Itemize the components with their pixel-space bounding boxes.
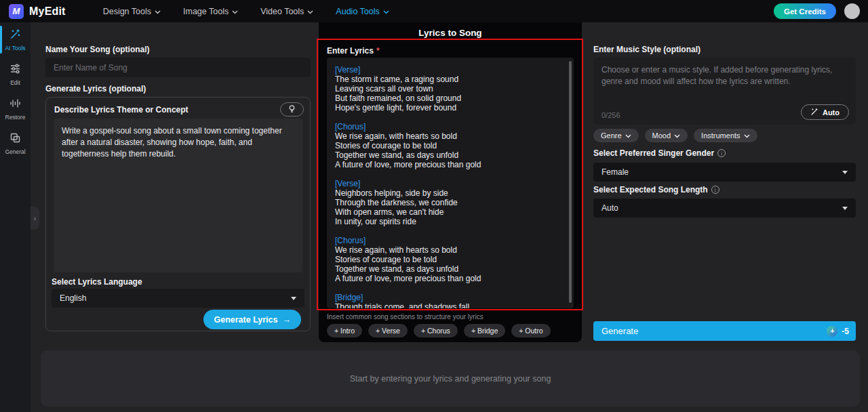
section-tag: [Verse] <box>335 179 566 188</box>
chevron-down-icon <box>155 7 161 16</box>
chevron-down-icon <box>383 7 389 16</box>
nav-menu-image-tools[interactable]: Image Tools <box>183 7 238 16</box>
sliders-icon <box>9 63 21 77</box>
generate-song-label: Generate <box>601 326 827 336</box>
theme-textarea[interactable]: Write a gospel-soul song about a small t… <box>54 119 302 272</box>
generate-lyrics-button[interactable]: Generate Lyrics → <box>203 310 301 329</box>
lyrics-panel: Lyrics to Song Enter Lyrics * [Verse]The… <box>319 22 582 342</box>
chevron-down-icon <box>307 7 313 16</box>
add-section-button-bridge[interactable]: + Bridge <box>464 324 505 337</box>
start-hint-text: Start by entering your lyrics and genera… <box>350 374 551 384</box>
layers-icon <box>9 132 21 146</box>
singer-gender-select[interactable]: Female <box>593 163 856 182</box>
style-filter-instruments[interactable]: Instruments <box>694 129 757 142</box>
music-style-textarea[interactable]: Choose or enter a music style. If added … <box>593 58 856 125</box>
add-section-button-chorus[interactable]: + Chorus <box>414 324 458 337</box>
singer-gender-label-row: Select Preferred Singer Gender i <box>593 148 726 158</box>
sidebar-item-ai-tools[interactable]: AI Tools <box>0 22 31 57</box>
caret-down-icon <box>291 297 296 300</box>
song-length-value: Auto <box>601 203 618 213</box>
sidebar-item-edit[interactable]: Edit <box>0 57 31 91</box>
section-tag: [Verse] <box>335 65 566 75</box>
brand-name: MyEdit <box>29 5 66 18</box>
lyric-line: Though trials come, and shadows fall <box>335 302 566 308</box>
nav-menu-design-tools[interactable]: Design Tools <box>103 7 161 16</box>
section-buttons-row: + Intro+ Verse+ Chorus+ Bridge+ Outro <box>327 324 551 337</box>
info-icon[interactable]: i <box>717 149 726 157</box>
singer-gender-label: Select Preferred Singer Gender <box>593 148 714 158</box>
char-counter: 0/256 <box>601 111 620 119</box>
sidebar-collapse-handle[interactable]: › <box>31 207 39 230</box>
lyric-line: We rise again, with hearts so bold <box>335 131 566 141</box>
waveform-icon <box>9 98 21 112</box>
sidebar-item-restore[interactable]: Restore <box>0 91 31 126</box>
lyric-line: In unity, our spirits ride <box>335 217 566 226</box>
generate-lyrics-card: Describe Lyrics Theme or Concept Write a… <box>45 97 311 331</box>
describe-theme-label: Describe Lyrics Theme or Concept <box>54 105 189 115</box>
lyrics-section: [Chorus]We rise again, with hearts so bo… <box>335 236 566 283</box>
lyrics-content: [Verse]The storm it came, a raging sound… <box>335 65 566 308</box>
required-asterisk: * <box>376 46 380 56</box>
lyric-line: Together we stand, as days unfold <box>335 150 566 160</box>
song-length-select[interactable]: Auto <box>593 199 856 218</box>
lyrics-scrollbar[interactable] <box>569 61 572 303</box>
singer-gender-value: Female <box>601 167 629 177</box>
sidebar-item-label: Restore <box>5 114 26 121</box>
style-filter-label: Instruments <box>701 131 740 140</box>
nav-menu-video-tools[interactable]: Video Tools <box>260 7 313 16</box>
credit-cost: -5 <box>842 327 849 336</box>
lyrics-textarea[interactable]: [Verse]The storm it came, a raging sound… <box>327 58 574 308</box>
sidebar-item-general[interactable]: General <box>0 126 31 161</box>
generate-lyrics-section-label: Generate Lyrics (optional) <box>45 84 146 94</box>
lyrics-language-value: English <box>60 293 86 303</box>
chevron-down-icon <box>674 131 680 140</box>
describe-theme-header: Describe Lyrics Theme or Concept <box>54 102 304 117</box>
credit-coin-icon: + <box>827 326 837 337</box>
lyrics-language-select[interactable]: English <box>52 289 304 308</box>
nav-menu-audio-tools[interactable]: Audio Tools <box>336 7 389 16</box>
generate-song-button[interactable]: Generate + -5 <box>593 321 856 341</box>
lyrics-language-label: Select Lyrics Language <box>52 277 142 287</box>
lyrics-section: [Chorus]We rise again, with hearts so bo… <box>335 122 566 169</box>
song-name-input[interactable]: Enter Name of Song <box>45 58 311 77</box>
caret-down-icon <box>842 171 848 174</box>
lyric-line: The storm it came, a raging sound <box>335 75 566 84</box>
chevron-down-icon <box>232 7 238 16</box>
add-section-button-outro[interactable]: + Outro <box>511 324 550 337</box>
section-tag: [Chorus] <box>335 236 566 245</box>
arrow-right-icon: → <box>283 315 292 325</box>
music-style-label: Enter Music Style (optional) <box>593 45 701 54</box>
lyric-line: Stories of courage to be told <box>335 255 566 264</box>
style-filter-label: Genre <box>601 131 622 140</box>
lyric-line: With open arms, we can't hide <box>335 207 566 217</box>
result-placeholder-panel: Start by entering your lyrics and genera… <box>41 350 860 407</box>
lyrics-section: [Verse]The storm it came, a raging sound… <box>335 65 566 112</box>
nav-menu-label: Design Tools <box>103 7 151 16</box>
chevron-down-icon <box>625 131 631 140</box>
style-filter-genre[interactable]: Genre <box>593 129 639 142</box>
insert-sections-hint: Insert common song sections to structure… <box>327 313 484 321</box>
lyric-line: Together we stand, as days unfold <box>335 264 566 274</box>
lyric-line: Stories of courage to be told <box>335 141 566 150</box>
myedit-logo[interactable]: M MyEdit <box>9 4 66 19</box>
info-icon[interactable]: i <box>711 186 719 194</box>
sidebar-item-label: General <box>5 148 25 155</box>
auto-style-button[interactable]: Auto <box>801 104 849 120</box>
song-length-label-row: Select Expected Song Length i <box>593 185 719 194</box>
style-filter-mood[interactable]: Mood <box>645 129 688 142</box>
idea-suggestion-button[interactable] <box>280 102 304 117</box>
lyric-line: A future of love, more precious than gol… <box>335 160 566 169</box>
avatar[interactable] <box>844 3 860 19</box>
style-filter-row: GenreMoodInstruments <box>593 129 757 142</box>
get-credits-button[interactable]: Get Credits <box>774 3 836 19</box>
chevron-down-icon <box>744 131 750 140</box>
add-section-button-verse[interactable]: + Verse <box>368 324 408 337</box>
style-filter-label: Mood <box>652 131 671 140</box>
lyric-line: Neighbors helping, side by side <box>335 188 566 198</box>
add-section-button-intro[interactable]: + Intro <box>327 324 362 337</box>
generate-lyrics-button-label: Generate Lyrics <box>214 315 277 325</box>
lyric-line: A future of love, more precious than gol… <box>335 274 566 283</box>
tool-sidebar: AI ToolsEditRestoreGeneral <box>0 22 31 412</box>
lyric-line: Hope's gentle light, forever bound <box>335 103 566 112</box>
name-song-label: Name Your Song (optional) <box>45 45 150 54</box>
